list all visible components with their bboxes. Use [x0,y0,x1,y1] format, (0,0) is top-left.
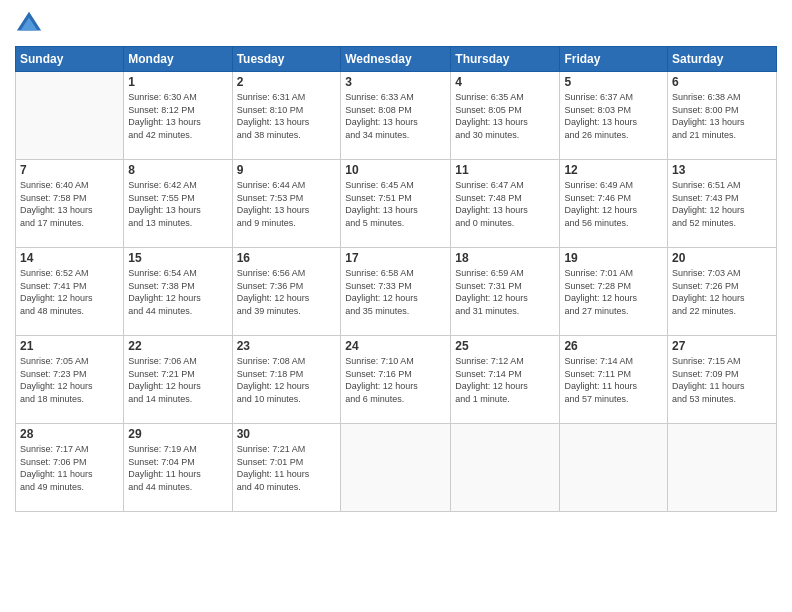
day-info: Sunrise: 6:56 AM Sunset: 7:36 PM Dayligh… [237,267,337,317]
weekday-header: Saturday [668,47,777,72]
day-number: 3 [345,75,446,89]
calendar-cell: 11Sunrise: 6:47 AM Sunset: 7:48 PM Dayli… [451,160,560,248]
calendar-cell [451,424,560,512]
calendar-cell: 22Sunrise: 7:06 AM Sunset: 7:21 PM Dayli… [124,336,232,424]
day-number: 26 [564,339,663,353]
calendar-cell: 1Sunrise: 6:30 AM Sunset: 8:12 PM Daylig… [124,72,232,160]
day-info: Sunrise: 7:06 AM Sunset: 7:21 PM Dayligh… [128,355,227,405]
calendar-cell: 29Sunrise: 7:19 AM Sunset: 7:04 PM Dayli… [124,424,232,512]
calendar-cell: 5Sunrise: 6:37 AM Sunset: 8:03 PM Daylig… [560,72,668,160]
calendar-cell: 19Sunrise: 7:01 AM Sunset: 7:28 PM Dayli… [560,248,668,336]
calendar-cell: 21Sunrise: 7:05 AM Sunset: 7:23 PM Dayli… [16,336,124,424]
day-number: 19 [564,251,663,265]
calendar-week-row: 28Sunrise: 7:17 AM Sunset: 7:06 PM Dayli… [16,424,777,512]
day-number: 23 [237,339,337,353]
weekday-header: Thursday [451,47,560,72]
calendar-cell: 27Sunrise: 7:15 AM Sunset: 7:09 PM Dayli… [668,336,777,424]
calendar-week-row: 14Sunrise: 6:52 AM Sunset: 7:41 PM Dayli… [16,248,777,336]
day-info: Sunrise: 7:03 AM Sunset: 7:26 PM Dayligh… [672,267,772,317]
day-number: 25 [455,339,555,353]
day-number: 1 [128,75,227,89]
weekday-header: Friday [560,47,668,72]
day-number: 9 [237,163,337,177]
calendar-cell [560,424,668,512]
logo [15,10,47,38]
calendar-cell [341,424,451,512]
day-info: Sunrise: 6:42 AM Sunset: 7:55 PM Dayligh… [128,179,227,229]
day-info: Sunrise: 6:40 AM Sunset: 7:58 PM Dayligh… [20,179,119,229]
weekday-header: Sunday [16,47,124,72]
calendar-week-row: 7Sunrise: 6:40 AM Sunset: 7:58 PM Daylig… [16,160,777,248]
day-info: Sunrise: 6:52 AM Sunset: 7:41 PM Dayligh… [20,267,119,317]
day-info: Sunrise: 7:08 AM Sunset: 7:18 PM Dayligh… [237,355,337,405]
calendar-cell: 9Sunrise: 6:44 AM Sunset: 7:53 PM Daylig… [232,160,341,248]
calendar-cell: 3Sunrise: 6:33 AM Sunset: 8:08 PM Daylig… [341,72,451,160]
day-info: Sunrise: 7:17 AM Sunset: 7:06 PM Dayligh… [20,443,119,493]
day-number: 30 [237,427,337,441]
day-number: 24 [345,339,446,353]
day-number: 21 [20,339,119,353]
calendar-cell: 14Sunrise: 6:52 AM Sunset: 7:41 PM Dayli… [16,248,124,336]
calendar-cell [668,424,777,512]
day-info: Sunrise: 7:19 AM Sunset: 7:04 PM Dayligh… [128,443,227,493]
day-number: 15 [128,251,227,265]
day-info: Sunrise: 6:51 AM Sunset: 7:43 PM Dayligh… [672,179,772,229]
calendar-cell: 6Sunrise: 6:38 AM Sunset: 8:00 PM Daylig… [668,72,777,160]
weekday-header: Monday [124,47,232,72]
day-info: Sunrise: 6:33 AM Sunset: 8:08 PM Dayligh… [345,91,446,141]
day-info: Sunrise: 6:30 AM Sunset: 8:12 PM Dayligh… [128,91,227,141]
calendar-header-row: SundayMondayTuesdayWednesdayThursdayFrid… [16,47,777,72]
day-info: Sunrise: 6:31 AM Sunset: 8:10 PM Dayligh… [237,91,337,141]
day-number: 18 [455,251,555,265]
day-info: Sunrise: 6:44 AM Sunset: 7:53 PM Dayligh… [237,179,337,229]
calendar-cell: 18Sunrise: 6:59 AM Sunset: 7:31 PM Dayli… [451,248,560,336]
day-info: Sunrise: 7:10 AM Sunset: 7:16 PM Dayligh… [345,355,446,405]
day-number: 2 [237,75,337,89]
day-number: 7 [20,163,119,177]
day-info: Sunrise: 6:38 AM Sunset: 8:00 PM Dayligh… [672,91,772,141]
calendar-cell: 16Sunrise: 6:56 AM Sunset: 7:36 PM Dayli… [232,248,341,336]
day-number: 16 [237,251,337,265]
calendar-cell: 25Sunrise: 7:12 AM Sunset: 7:14 PM Dayli… [451,336,560,424]
day-number: 27 [672,339,772,353]
logo-icon [15,10,43,38]
day-info: Sunrise: 6:54 AM Sunset: 7:38 PM Dayligh… [128,267,227,317]
calendar-cell: 26Sunrise: 7:14 AM Sunset: 7:11 PM Dayli… [560,336,668,424]
day-number: 4 [455,75,555,89]
day-info: Sunrise: 6:45 AM Sunset: 7:51 PM Dayligh… [345,179,446,229]
weekday-header: Tuesday [232,47,341,72]
day-number: 17 [345,251,446,265]
calendar-cell: 30Sunrise: 7:21 AM Sunset: 7:01 PM Dayli… [232,424,341,512]
day-number: 6 [672,75,772,89]
day-info: Sunrise: 6:35 AM Sunset: 8:05 PM Dayligh… [455,91,555,141]
day-number: 14 [20,251,119,265]
calendar-cell [16,72,124,160]
calendar-cell: 12Sunrise: 6:49 AM Sunset: 7:46 PM Dayli… [560,160,668,248]
calendar-cell: 15Sunrise: 6:54 AM Sunset: 7:38 PM Dayli… [124,248,232,336]
calendar-cell: 10Sunrise: 6:45 AM Sunset: 7:51 PM Dayli… [341,160,451,248]
day-number: 22 [128,339,227,353]
day-info: Sunrise: 7:05 AM Sunset: 7:23 PM Dayligh… [20,355,119,405]
day-info: Sunrise: 7:15 AM Sunset: 7:09 PM Dayligh… [672,355,772,405]
day-number: 20 [672,251,772,265]
calendar-cell: 17Sunrise: 6:58 AM Sunset: 7:33 PM Dayli… [341,248,451,336]
page: SundayMondayTuesdayWednesdayThursdayFrid… [0,0,792,612]
day-info: Sunrise: 7:14 AM Sunset: 7:11 PM Dayligh… [564,355,663,405]
header [15,10,777,38]
day-number: 29 [128,427,227,441]
calendar: SundayMondayTuesdayWednesdayThursdayFrid… [15,46,777,512]
day-info: Sunrise: 6:37 AM Sunset: 8:03 PM Dayligh… [564,91,663,141]
weekday-header: Wednesday [341,47,451,72]
calendar-cell: 2Sunrise: 6:31 AM Sunset: 8:10 PM Daylig… [232,72,341,160]
calendar-cell: 7Sunrise: 6:40 AM Sunset: 7:58 PM Daylig… [16,160,124,248]
day-info: Sunrise: 6:49 AM Sunset: 7:46 PM Dayligh… [564,179,663,229]
day-number: 28 [20,427,119,441]
day-number: 13 [672,163,772,177]
calendar-cell: 8Sunrise: 6:42 AM Sunset: 7:55 PM Daylig… [124,160,232,248]
calendar-week-row: 1Sunrise: 6:30 AM Sunset: 8:12 PM Daylig… [16,72,777,160]
day-number: 5 [564,75,663,89]
day-number: 12 [564,163,663,177]
day-info: Sunrise: 7:21 AM Sunset: 7:01 PM Dayligh… [237,443,337,493]
calendar-week-row: 21Sunrise: 7:05 AM Sunset: 7:23 PM Dayli… [16,336,777,424]
day-info: Sunrise: 6:47 AM Sunset: 7:48 PM Dayligh… [455,179,555,229]
